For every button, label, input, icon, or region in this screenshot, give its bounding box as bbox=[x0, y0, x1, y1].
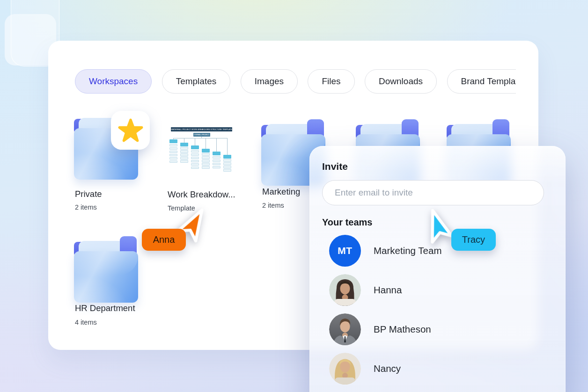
member-name: Nancy bbox=[374, 363, 401, 374]
avatar-hanna bbox=[329, 274, 361, 306]
wbs-box bbox=[191, 157, 199, 160]
wbs-box bbox=[169, 144, 177, 147]
member-name: Hanna bbox=[374, 284, 402, 296]
wbs-head bbox=[213, 152, 220, 155]
folder-marketing-name: Marketing bbox=[262, 187, 300, 197]
wbs-head bbox=[223, 155, 231, 159]
wbs-box bbox=[223, 166, 231, 168]
wbs-box bbox=[202, 153, 210, 156]
wbs-box bbox=[169, 157, 177, 160]
wbs-line bbox=[195, 138, 195, 145]
invite-panel: Invite Your teams MT Marketing Team bbox=[309, 146, 566, 392]
invite-panel-title: Invite bbox=[322, 161, 348, 172]
tab-files[interactable]: Files bbox=[308, 69, 354, 94]
wbs-box bbox=[191, 167, 199, 169]
favorite-badge bbox=[111, 111, 150, 150]
wbs-box bbox=[180, 147, 188, 150]
wbs-box bbox=[202, 163, 210, 166]
template-wbs-name: Work Breakdow... bbox=[168, 189, 235, 200]
wbs-box bbox=[191, 163, 199, 166]
folder-private-meta: 2 items bbox=[75, 203, 97, 211]
avatar-marketing-team: MT bbox=[329, 235, 361, 267]
wbs-line bbox=[184, 138, 184, 143]
wbs-root-node: OVERALL PROJECT bbox=[193, 133, 210, 137]
tracy-name: Tracy bbox=[462, 234, 485, 245]
wbs-box bbox=[223, 169, 231, 172]
avatar-initials-text: MT bbox=[338, 245, 352, 256]
tab-templates[interactable]: Templates bbox=[162, 69, 231, 94]
wbs-box bbox=[213, 156, 220, 159]
wbs-line bbox=[206, 138, 206, 149]
member-row-bp-matheson[interactable]: BP Matheson bbox=[329, 313, 556, 345]
tracy-cursor-label: Tracy bbox=[451, 229, 496, 251]
avatar-nancy bbox=[329, 353, 361, 385]
wbs-title-bar: WATERFALL PROJECT WORK BREAKDOWN STRUCTU… bbox=[171, 127, 232, 131]
wbs-box bbox=[169, 151, 177, 153]
wbs-line bbox=[173, 138, 228, 138]
wbs-box bbox=[180, 150, 188, 153]
folder-private[interactable] bbox=[74, 109, 140, 180]
anna-cursor-label: Anna bbox=[142, 229, 186, 251]
wbs-box bbox=[191, 153, 199, 156]
wbs-head bbox=[169, 139, 177, 143]
anna-name: Anna bbox=[153, 234, 175, 245]
wbs-box bbox=[169, 160, 177, 163]
member-row-nancy[interactable]: Nancy bbox=[329, 353, 556, 385]
star-icon bbox=[118, 118, 143, 143]
folder-hr-meta: 4 items bbox=[75, 319, 97, 326]
invite-email-input[interactable] bbox=[322, 180, 544, 205]
wbs-box bbox=[213, 160, 220, 162]
wbs-box bbox=[191, 160, 199, 163]
member-row-hanna[interactable]: Hanna bbox=[329, 274, 556, 306]
tabs-row: Workspaces Templates Images Files Downlo… bbox=[75, 69, 516, 94]
folder-icon bbox=[74, 232, 140, 303]
wbs-box bbox=[169, 147, 177, 150]
wbs-box bbox=[202, 160, 210, 162]
teams-list: MT Marketing Team bbox=[329, 235, 556, 392]
wbs-head bbox=[180, 143, 188, 146]
wbs-box bbox=[223, 162, 231, 165]
wbs-box bbox=[213, 163, 220, 166]
tab-downloads[interactable]: Downloads bbox=[365, 69, 437, 94]
wbs-line bbox=[216, 138, 217, 152]
avatar-bp-matheson bbox=[329, 313, 361, 345]
wbs-box bbox=[202, 156, 210, 159]
wbs-box bbox=[202, 166, 210, 169]
folder-marketing-meta: 2 items bbox=[262, 202, 284, 209]
wbs-box bbox=[180, 153, 188, 156]
wbs-box bbox=[169, 154, 177, 157]
screen: Workspaces Templates Images Files Downlo… bbox=[0, 0, 588, 392]
wbs-box bbox=[180, 157, 188, 160]
wbs-head bbox=[202, 149, 210, 152]
folder-hr-name: HR Department bbox=[75, 303, 135, 313]
folder-private-name: Private bbox=[75, 189, 102, 199]
wbs-box bbox=[191, 150, 199, 153]
wbs-box bbox=[180, 160, 188, 163]
wbs-box bbox=[213, 166, 220, 169]
your-teams-heading: Your teams bbox=[322, 217, 372, 228]
wbs-line bbox=[227, 138, 228, 155]
member-name: BP Matheson bbox=[374, 324, 431, 335]
template-wbs-thumbnail[interactable]: WATERFALL PROJECT WORK BREAKDOWN STRUCTU… bbox=[168, 125, 235, 170]
folder-hr-department[interactable] bbox=[74, 232, 140, 303]
tab-workspaces[interactable]: Workspaces bbox=[75, 69, 152, 94]
wbs-head bbox=[191, 145, 199, 149]
tab-images[interactable]: Images bbox=[241, 69, 298, 94]
tab-brand-templates[interactable]: Brand Templates bbox=[447, 69, 516, 94]
folder-icon bbox=[74, 109, 140, 180]
wbs-box bbox=[223, 159, 231, 162]
